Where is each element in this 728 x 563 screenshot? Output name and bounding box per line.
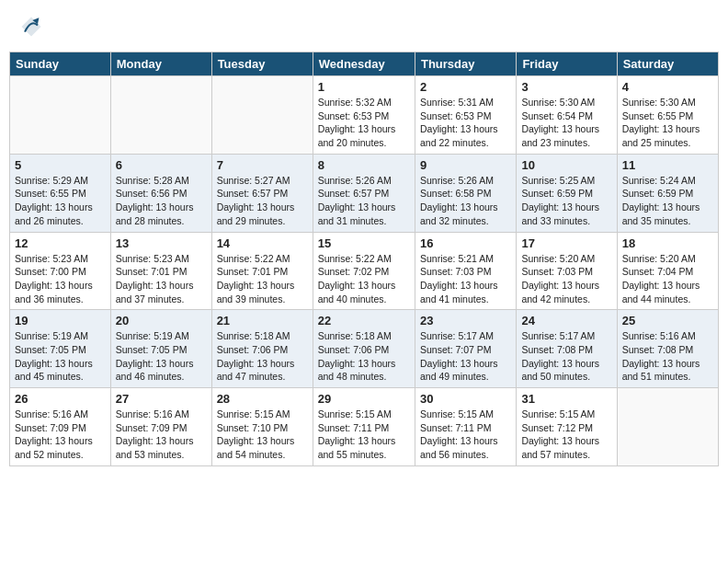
day-info: Sunrise: 5:16 AM Sunset: 7:09 PM Dayligh… (15, 408, 106, 462)
calendar-cell: 27Sunrise: 5:16 AM Sunset: 7:09 PM Dayli… (110, 388, 211, 466)
calendar-cell: 5Sunrise: 5:29 AM Sunset: 6:55 PM Daylig… (10, 154, 111, 232)
day-info: Sunrise: 5:19 AM Sunset: 7:05 PM Dayligh… (15, 329, 106, 384)
calendar-cell: 26Sunrise: 5:16 AM Sunset: 7:09 PM Dayli… (10, 388, 111, 466)
calendar-cell: 17Sunrise: 5:20 AM Sunset: 7:03 PM Dayli… (517, 232, 617, 310)
day-info: Sunrise: 5:16 AM Sunset: 7:08 PM Dayligh… (622, 329, 713, 384)
calendar-cell: 11Sunrise: 5:24 AM Sunset: 6:59 PM Dayli… (617, 154, 718, 232)
calendar-cell: 29Sunrise: 5:15 AM Sunset: 7:11 PM Dayli… (313, 388, 415, 466)
day-info: Sunrise: 5:21 AM Sunset: 7:03 PM Dayligh… (420, 252, 511, 306)
day-info: Sunrise: 5:28 AM Sunset: 6:56 PM Dayligh… (116, 174, 207, 228)
logo (18, 14, 48, 40)
day-number: 28 (217, 392, 308, 406)
day-info: Sunrise: 5:15 AM Sunset: 7:10 PM Dayligh… (217, 408, 308, 462)
day-number: 18 (622, 236, 713, 250)
day-info: Sunrise: 5:26 AM Sunset: 6:58 PM Dayligh… (420, 174, 511, 228)
column-header-tuesday: Tuesday (211, 52, 313, 76)
day-info: Sunrise: 5:20 AM Sunset: 7:04 PM Dayligh… (622, 252, 713, 306)
calendar-cell (211, 76, 313, 155)
day-number: 17 (521, 236, 611, 250)
day-number: 4 (622, 80, 713, 94)
column-header-friday: Friday (517, 52, 617, 76)
day-number: 24 (521, 314, 611, 327)
day-number: 16 (420, 236, 511, 250)
day-number: 27 (116, 392, 207, 406)
day-info: Sunrise: 5:27 AM Sunset: 6:57 PM Dayligh… (217, 174, 308, 228)
day-info: Sunrise: 5:23 AM Sunset: 7:01 PM Dayligh… (116, 252, 207, 306)
day-info: Sunrise: 5:22 AM Sunset: 7:01 PM Dayligh… (217, 252, 308, 306)
day-info: Sunrise: 5:30 AM Sunset: 6:55 PM Dayligh… (622, 96, 713, 150)
day-info: Sunrise: 5:18 AM Sunset: 7:06 PM Dayligh… (318, 329, 410, 384)
day-info: Sunrise: 5:30 AM Sunset: 6:54 PM Dayligh… (521, 96, 611, 150)
day-number: 6 (116, 158, 207, 172)
day-info: Sunrise: 5:16 AM Sunset: 7:09 PM Dayligh… (116, 408, 207, 462)
calendar-cell: 2Sunrise: 5:31 AM Sunset: 6:53 PM Daylig… (415, 76, 516, 155)
calendar-cell: 21Sunrise: 5:18 AM Sunset: 7:06 PM Dayli… (211, 310, 313, 388)
day-info: Sunrise: 5:32 AM Sunset: 6:53 PM Dayligh… (318, 96, 410, 150)
calendar-cell: 23Sunrise: 5:17 AM Sunset: 7:07 PM Dayli… (415, 310, 516, 388)
day-number: 23 (420, 314, 511, 327)
day-info: Sunrise: 5:17 AM Sunset: 7:07 PM Dayligh… (420, 329, 511, 384)
calendar-cell: 8Sunrise: 5:26 AM Sunset: 6:57 PM Daylig… (313, 154, 415, 232)
day-info: Sunrise: 5:20 AM Sunset: 7:03 PM Dayligh… (521, 252, 611, 306)
column-header-sunday: Sunday (10, 52, 111, 76)
calendar-cell: 16Sunrise: 5:21 AM Sunset: 7:03 PM Dayli… (415, 232, 516, 310)
day-info: Sunrise: 5:15 AM Sunset: 7:11 PM Dayligh… (420, 408, 511, 462)
day-number: 3 (521, 80, 611, 94)
calendar-cell (10, 76, 111, 155)
page-header (9, 9, 719, 44)
day-number: 14 (217, 236, 308, 250)
calendar-cell: 7Sunrise: 5:27 AM Sunset: 6:57 PM Daylig… (211, 154, 313, 232)
day-number: 13 (116, 236, 207, 250)
day-info: Sunrise: 5:25 AM Sunset: 6:59 PM Dayligh… (521, 174, 611, 228)
calendar-cell: 14Sunrise: 5:22 AM Sunset: 7:01 PM Dayli… (211, 232, 313, 310)
day-info: Sunrise: 5:23 AM Sunset: 7:00 PM Dayligh… (15, 252, 106, 306)
column-header-saturday: Saturday (617, 52, 718, 76)
calendar-cell: 31Sunrise: 5:15 AM Sunset: 7:12 PM Dayli… (517, 388, 617, 466)
day-info: Sunrise: 5:19 AM Sunset: 7:05 PM Dayligh… (116, 329, 207, 384)
calendar-cell: 30Sunrise: 5:15 AM Sunset: 7:11 PM Dayli… (415, 388, 516, 466)
day-number: 25 (622, 314, 713, 327)
day-number: 30 (420, 392, 511, 406)
calendar-cell: 10Sunrise: 5:25 AM Sunset: 6:59 PM Dayli… (517, 154, 617, 232)
calendar-cell: 24Sunrise: 5:17 AM Sunset: 7:08 PM Dayli… (517, 310, 617, 388)
day-number: 22 (318, 314, 410, 327)
calendar-week-3: 12Sunrise: 5:23 AM Sunset: 7:00 PM Dayli… (10, 232, 719, 310)
day-number: 20 (116, 314, 207, 327)
calendar-cell: 25Sunrise: 5:16 AM Sunset: 7:08 PM Dayli… (617, 310, 718, 388)
calendar-cell: 18Sunrise: 5:20 AM Sunset: 7:04 PM Dayli… (617, 232, 718, 310)
day-number: 21 (217, 314, 308, 327)
column-header-wednesday: Wednesday (313, 52, 415, 76)
day-number: 15 (318, 236, 410, 250)
calendar-table: SundayMondayTuesdayWednesdayThursdayFrid… (9, 52, 719, 466)
day-number: 31 (521, 392, 611, 406)
logo-icon (18, 14, 44, 40)
calendar-cell: 13Sunrise: 5:23 AM Sunset: 7:01 PM Dayli… (110, 232, 211, 310)
day-number: 8 (318, 158, 410, 172)
calendar-header-row: SundayMondayTuesdayWednesdayThursdayFrid… (10, 52, 719, 76)
calendar-cell: 20Sunrise: 5:19 AM Sunset: 7:05 PM Dayli… (110, 310, 211, 388)
column-header-monday: Monday (110, 52, 211, 76)
calendar-cell: 4Sunrise: 5:30 AM Sunset: 6:55 PM Daylig… (617, 76, 718, 155)
calendar-cell: 9Sunrise: 5:26 AM Sunset: 6:58 PM Daylig… (415, 154, 516, 232)
calendar-cell: 28Sunrise: 5:15 AM Sunset: 7:10 PM Dayli… (211, 388, 313, 466)
day-info: Sunrise: 5:31 AM Sunset: 6:53 PM Dayligh… (420, 96, 511, 150)
day-number: 26 (15, 392, 106, 406)
day-number: 11 (622, 158, 713, 172)
calendar-week-5: 26Sunrise: 5:16 AM Sunset: 7:09 PM Dayli… (10, 388, 719, 466)
day-number: 29 (318, 392, 410, 406)
day-info: Sunrise: 5:22 AM Sunset: 7:02 PM Dayligh… (318, 252, 410, 306)
day-number: 7 (217, 158, 308, 172)
calendar-week-2: 5Sunrise: 5:29 AM Sunset: 6:55 PM Daylig… (10, 154, 719, 232)
calendar-cell: 12Sunrise: 5:23 AM Sunset: 7:00 PM Dayli… (10, 232, 111, 310)
day-info: Sunrise: 5:15 AM Sunset: 7:12 PM Dayligh… (521, 408, 611, 462)
day-number: 5 (15, 158, 106, 172)
day-number: 12 (15, 236, 106, 250)
calendar-cell: 1Sunrise: 5:32 AM Sunset: 6:53 PM Daylig… (313, 76, 415, 155)
day-info: Sunrise: 5:17 AM Sunset: 7:08 PM Dayligh… (521, 329, 611, 384)
calendar-cell: 15Sunrise: 5:22 AM Sunset: 7:02 PM Dayli… (313, 232, 415, 310)
day-info: Sunrise: 5:29 AM Sunset: 6:55 PM Dayligh… (15, 174, 106, 228)
day-number: 19 (15, 314, 106, 327)
day-info: Sunrise: 5:24 AM Sunset: 6:59 PM Dayligh… (622, 174, 713, 228)
calendar-cell: 3Sunrise: 5:30 AM Sunset: 6:54 PM Daylig… (517, 76, 617, 155)
calendar-cell: 22Sunrise: 5:18 AM Sunset: 7:06 PM Dayli… (313, 310, 415, 388)
